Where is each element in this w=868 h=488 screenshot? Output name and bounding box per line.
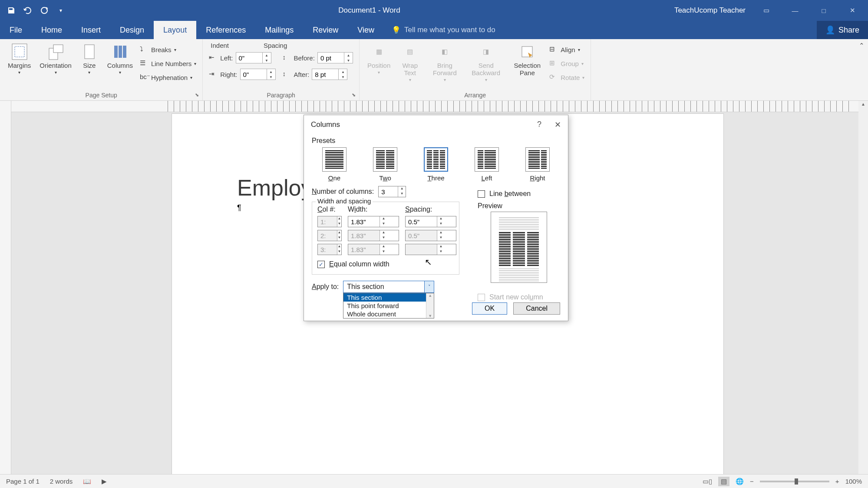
equal-width-checkbox[interactable]: ✓ [317, 261, 325, 268]
preset-left-label: Left [481, 174, 492, 182]
save-icon[interactable] [6, 5, 17, 16]
zoom-level[interactable]: 100% [845, 478, 862, 485]
selection-pane-button[interactable]: Selection Pane [508, 41, 547, 76]
tab-review[interactable]: Review [303, 21, 348, 39]
preview-label: Preview [478, 202, 560, 210]
print-layout-icon[interactable]: ▤ [718, 477, 729, 486]
paragraph-launcher-icon[interactable]: ⬊ [352, 92, 356, 98]
space-before-input[interactable]: ▲▼ [317, 52, 353, 63]
web-layout-icon[interactable]: 🌐 [736, 478, 744, 485]
indent-right-icon: ⇥ [209, 70, 218, 79]
paragraph-group-label: Paragraph [267, 92, 295, 99]
apply-opt-whole-document[interactable]: Whole document [343, 310, 434, 318]
indent-left-input[interactable]: ▲▼ [236, 52, 271, 63]
chevron-down-icon[interactable]: ˅ [425, 281, 434, 293]
space-after-input[interactable]: ▲▼ [312, 69, 347, 80]
zoom-slider[interactable] [760, 481, 829, 482]
tab-home[interactable]: Home [32, 21, 72, 39]
ribbon-tabs: File Home Insert Design Layout Reference… [0, 21, 868, 39]
group-button: ⊞Group▾ [547, 56, 587, 70]
vertical-scrollbar[interactable]: ▲ [858, 101, 868, 474]
status-words[interactable]: 2 words [50, 478, 73, 485]
svg-rect-0 [12, 44, 27, 60]
read-mode-icon[interactable]: ▭▯ [703, 478, 712, 485]
page-setup-launcher-icon[interactable]: ⬊ [195, 92, 199, 98]
tab-mailings[interactable]: Mailings [255, 21, 303, 39]
tab-insert[interactable]: Insert [72, 21, 110, 39]
start-new-column-checkbox [478, 294, 485, 301]
breaks-button[interactable]: ⤵Breaks▾ [137, 43, 199, 56]
status-page[interactable]: Page 1 of 1 [6, 478, 40, 485]
columns-button[interactable]: Columns▾ [103, 41, 137, 75]
preset-one[interactable]: One [322, 147, 347, 182]
line-numbers-icon: ☰ [140, 59, 149, 68]
size-button[interactable]: Size▾ [76, 41, 103, 75]
close-icon[interactable]: ✕ [845, 7, 860, 14]
col-2-width: ▲▼ [348, 230, 399, 241]
wrap-label: Wrap Text [399, 62, 421, 76]
col-1-spacing[interactable]: ▲▼ [405, 216, 456, 227]
svg-rect-6 [119, 46, 122, 58]
tell-me-placeholder: Tell me what you want to do [404, 26, 495, 34]
qat-customize-icon[interactable]: ▾ [56, 5, 66, 16]
line-between-checkbox[interactable] [478, 190, 485, 198]
margins-button[interactable]: Margins▾ [3, 41, 35, 75]
ribbon-display-icon[interactable]: ▭ [759, 7, 774, 14]
width-header: Width: [348, 206, 399, 213]
tell-me-search[interactable]: 💡 Tell me what you want to do [384, 21, 503, 39]
align-icon: ⊟ [549, 45, 558, 54]
zoom-in-icon[interactable]: + [835, 478, 839, 485]
share-button[interactable]: 👤 Share [817, 21, 868, 39]
width-spacing-label: Width and spacing [316, 197, 373, 205]
breaks-icon: ⤵ [140, 45, 149, 54]
bring-forward-button: ◧Bring Forward▾ [425, 41, 464, 82]
ok-button[interactable]: OK [472, 302, 507, 315]
num-columns-input[interactable]: ▲▼ [378, 186, 406, 197]
apply-to-dropdown[interactable]: This section ˅ This section This point f… [343, 281, 434, 293]
dropdown-scrollbar[interactable]: ▲▼ [426, 293, 434, 318]
tab-file[interactable]: File [0, 21, 32, 39]
group-page-setup: Margins▾ Orientation▾ Size▾ Columns▾ ⤵Br… [0, 39, 203, 100]
presets-label: Presets [312, 137, 560, 145]
columns-icon [111, 43, 129, 61]
bring-label: Bring Forward [429, 62, 460, 76]
dialog-help-icon[interactable]: ? [537, 120, 541, 129]
spacing-header: Spacing [264, 42, 287, 49]
tab-references[interactable]: References [196, 21, 255, 39]
dialog-title: Columns [311, 120, 340, 129]
col-3-num: ▲▼ [317, 244, 342, 255]
apply-opt-this-section[interactable]: This section [343, 293, 434, 302]
cancel-button[interactable]: Cancel [513, 302, 560, 315]
num-columns-label: Number of columns: [312, 188, 374, 196]
preset-left[interactable]: Left [475, 147, 499, 182]
position-icon: ▦ [370, 43, 388, 61]
hyphenation-button[interactable]: bc⁻Hyphenation▾ [137, 70, 199, 84]
dialog-close-icon[interactable]: ✕ [554, 120, 561, 129]
preset-right[interactable]: Right [525, 147, 550, 182]
rotate-label: Rotate [561, 74, 580, 81]
preset-three[interactable]: Three [424, 147, 448, 182]
zoom-out-icon[interactable]: − [750, 478, 754, 485]
indent-right-input[interactable]: ▲▼ [240, 69, 276, 80]
minimize-icon[interactable]: — [787, 7, 803, 14]
apply-opt-this-point-forward[interactable]: This point forward [343, 302, 434, 310]
maximize-icon[interactable]: □ [816, 7, 832, 14]
preset-two[interactable]: Two [373, 147, 397, 182]
align-button[interactable]: ⊟Align▾ [547, 43, 587, 56]
collapse-ribbon-icon[interactable]: ⌃ [855, 39, 868, 100]
orientation-button[interactable]: Orientation▾ [35, 41, 76, 75]
arrange-group-label: Arrange [464, 92, 486, 99]
macro-icon[interactable]: ▶ [102, 478, 107, 485]
selection-pane-icon [518, 43, 536, 61]
tab-design[interactable]: Design [110, 21, 154, 39]
col-1-num: ▲▼ [317, 216, 342, 227]
tab-view[interactable]: View [348, 21, 384, 39]
undo-icon[interactable] [23, 5, 33, 16]
line-numbers-button[interactable]: ☰Line Numbers▾ [137, 56, 199, 70]
size-icon [80, 43, 99, 61]
spellcheck-icon[interactable]: 📖 [83, 478, 91, 485]
group-icon: ⊞ [549, 59, 558, 68]
col-1-width[interactable]: ▲▼ [348, 216, 399, 227]
redo-icon[interactable] [39, 5, 50, 16]
tab-layout[interactable]: Layout [154, 21, 196, 39]
